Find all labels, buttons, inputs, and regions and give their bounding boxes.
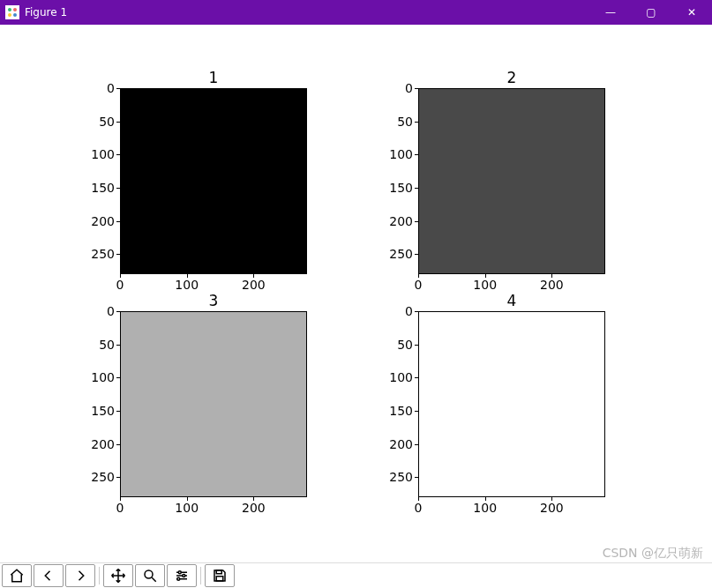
ytick-label: 150	[389, 404, 413, 418]
maximize-icon: ▢	[646, 6, 656, 19]
xtick-label: 100	[175, 278, 199, 292]
app-icon	[5, 5, 19, 19]
forward-button[interactable]	[65, 564, 95, 587]
matplotlib-toolbar	[0, 562, 712, 588]
subplot-title: 3	[120, 292, 307, 309]
pan-button[interactable]	[103, 564, 133, 587]
svg-point-2	[8, 13, 11, 17]
ytick-label: 100	[91, 147, 115, 161]
svg-point-0	[8, 8, 11, 11]
xtick-label: 100	[175, 501, 199, 515]
ytick-label: 50	[397, 338, 413, 352]
xtick-label: 100	[473, 278, 497, 292]
heatmap-image	[418, 311, 605, 497]
window-titlebar: Figure 1 — ▢ ✕	[0, 0, 712, 25]
ytick-label: 50	[397, 115, 413, 129]
ytick-label: 50	[99, 338, 115, 352]
window-controls: — ▢ ✕	[590, 0, 712, 25]
maximize-button[interactable]: ▢	[631, 0, 671, 25]
subplot-4: 40501001502002500100200	[418, 311, 605, 497]
ytick-label: 150	[389, 181, 413, 195]
ytick-label: 200	[389, 214, 413, 228]
subplot-title: 4	[418, 292, 605, 309]
ytick-label: 100	[389, 370, 413, 384]
ytick-label: 200	[91, 437, 115, 451]
ytick-label: 0	[107, 81, 115, 95]
xtick-label: 100	[473, 501, 497, 515]
forward-icon	[72, 568, 88, 584]
svg-point-3	[13, 13, 17, 17]
xtick-label: 0	[116, 278, 124, 292]
svg-point-1	[13, 8, 17, 11]
minimize-button[interactable]: —	[590, 0, 631, 25]
home-icon	[9, 568, 25, 584]
minimize-icon: —	[605, 6, 616, 19]
close-button[interactable]: ✕	[671, 0, 712, 25]
window-title: Figure 1	[25, 6, 67, 19]
ytick-label: 50	[99, 115, 115, 129]
ytick-label: 200	[389, 437, 413, 451]
svg-rect-9	[216, 577, 223, 581]
xtick-label: 0	[415, 501, 423, 515]
ytick-label: 250	[91, 470, 115, 484]
svg-point-7	[177, 577, 180, 580]
ytick-label: 100	[389, 147, 413, 161]
subplot-3: 30501001502002500100200	[120, 311, 307, 497]
watermark-text: CSDN @亿只萌新	[603, 546, 703, 562]
ytick-label: 0	[405, 304, 413, 318]
xtick-label: 200	[540, 501, 564, 515]
toolbar-separator	[200, 567, 201, 584]
subplot-2: 20501001502002500100200	[418, 88, 605, 274]
ytick-label: 250	[91, 247, 115, 261]
ytick-label: 100	[91, 370, 115, 384]
subplot-title: 1	[120, 69, 307, 86]
ytick-label: 250	[389, 470, 413, 484]
subplot-title: 2	[418, 69, 605, 86]
zoom-button[interactable]	[135, 564, 165, 587]
toolbar-separator	[99, 567, 100, 584]
ytick-label: 250	[389, 247, 413, 261]
heatmap-image	[120, 311, 307, 497]
configure-icon	[174, 568, 190, 584]
figure-canvas[interactable]: 1050100150200250010020020501001502002500…	[0, 25, 712, 562]
xtick-label: 200	[242, 501, 266, 515]
xtick-label: 200	[540, 278, 564, 292]
subplot-1: 10501001502002500100200	[120, 88, 307, 274]
heatmap-image	[120, 88, 307, 274]
svg-point-5	[178, 571, 181, 574]
ytick-label: 0	[405, 81, 413, 95]
heatmap-image	[418, 88, 605, 274]
configure-button[interactable]	[167, 564, 197, 587]
xtick-label: 0	[415, 278, 423, 292]
svg-rect-8	[216, 570, 221, 574]
save-button[interactable]	[205, 564, 235, 587]
xtick-label: 0	[116, 501, 124, 515]
xtick-label: 200	[242, 278, 266, 292]
svg-point-4	[145, 570, 153, 578]
ytick-label: 150	[91, 404, 115, 418]
ytick-label: 150	[91, 181, 115, 195]
save-icon	[212, 568, 228, 584]
home-button[interactable]	[2, 564, 32, 587]
back-button[interactable]	[34, 564, 64, 587]
zoom-icon	[142, 568, 158, 584]
ytick-label: 200	[91, 214, 115, 228]
close-icon: ✕	[687, 6, 696, 19]
pan-icon	[110, 568, 126, 584]
svg-point-6	[183, 575, 185, 577]
ytick-label: 0	[107, 304, 115, 318]
back-icon	[41, 568, 56, 584]
